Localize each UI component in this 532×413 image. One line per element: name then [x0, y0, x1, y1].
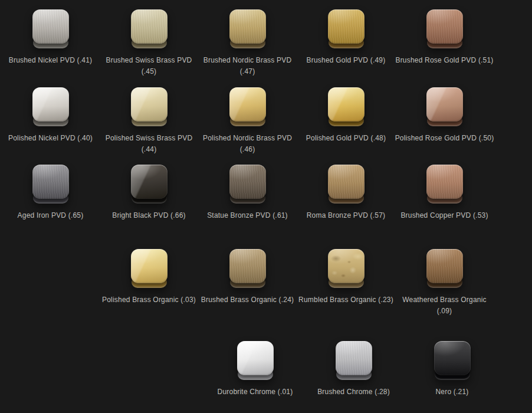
finish-label: Aged Iron PVD (.65) — [18, 210, 84, 221]
finish-card-rumbled-brass-organic[interactable]: Rumbled Brass Organic (.23) — [297, 249, 395, 306]
finish-swatch — [131, 249, 168, 288]
swatch-face — [426, 165, 463, 199]
finish-card-polished-brass-organic[interactable]: Polished Brass Organic (.03) — [100, 249, 198, 306]
finish-label: Brushed Swiss Brass PVD (.45) — [106, 55, 192, 77]
finish-row: Brushed Nickel PVD (.41) Brushed Swiss B… — [0, 9, 532, 77]
swatch-face — [328, 9, 364, 44]
finish-label-line2: (.44) — [106, 144, 193, 155]
finish-label-line1: Polished Brass Organic (.03) — [102, 294, 196, 306]
finish-label: Polished Swiss Brass PVD (.44) — [106, 133, 193, 155]
finish-card-polished-rose-gold-pvd[interactable]: Polished Rose Gold PVD (.50) — [395, 87, 494, 144]
finish-card-brushed-chrome[interactable]: Brushed Chrome (.28) — [304, 341, 403, 398]
finish-card-brushed-brass-organic[interactable]: Brushed Brass Organic (.24) — [198, 249, 297, 306]
finish-label-line1: Polished Nickel PVD (.40) — [8, 133, 93, 144]
swatch-face — [237, 341, 274, 375]
finish-label-line1: Polished Gold PVD (.48) — [306, 133, 386, 144]
finish-label: Brushed Nickel PVD (.41) — [9, 55, 93, 66]
swatch-face — [229, 249, 266, 283]
finish-label: Durobrite Chrome (.01) — [218, 386, 293, 398]
finish-label-line1: Brushed Brass Organic (.24) — [201, 294, 294, 306]
swatch-face — [32, 9, 69, 44]
finish-swatch — [131, 165, 168, 204]
finish-label: Polished Gold PVD (.48) — [306, 133, 386, 144]
finish-swatch — [229, 249, 266, 288]
finish-card-durobrite-chrome[interactable]: Durobrite Chrome (.01) — [206, 341, 304, 398]
finish-card-polished-nickel-pvd[interactable]: Polished Nickel PVD (.40) — [1, 87, 100, 144]
finish-label: Nero (.21) — [435, 386, 468, 398]
finish-card-polished-gold-pvd[interactable]: Polished Gold PVD (.48) — [297, 87, 395, 144]
finish-swatch — [229, 87, 266, 126]
finish-label-line1: Aged Iron PVD (.65) — [18, 210, 84, 221]
swatch-face — [131, 87, 168, 122]
finish-swatch — [131, 87, 168, 126]
finish-swatch — [426, 165, 463, 204]
finish-card-statue-bronze-pvd[interactable]: Statue Bronze PVD (.61) — [198, 165, 297, 221]
swatch-face — [336, 341, 372, 375]
finish-label-line1: Bright Black PVD (.66) — [112, 210, 185, 221]
finish-label-line1: Brushed Nordic Brass PVD — [203, 55, 292, 66]
finish-card-nero[interactable]: Nero (.21) — [403, 341, 501, 398]
finish-label-line1: Brushed Copper PVD (.53) — [400, 210, 488, 221]
swatch-face — [229, 165, 266, 199]
finish-card-bright-black-pvd[interactable]: Bright Black PVD (.66) — [100, 165, 198, 221]
swatch-face — [131, 165, 168, 199]
finish-label-line2: (.47) — [203, 66, 292, 77]
finish-label-line2: (.45) — [106, 66, 192, 77]
finish-card-aged-iron-pvd[interactable]: Aged Iron PVD (.65) — [1, 165, 100, 221]
finish-card-brushed-nickel-pvd[interactable]: Brushed Nickel PVD (.41) — [1, 9, 100, 66]
finish-swatch — [328, 9, 364, 48]
finish-label: Brushed Rose Gold PVD (.51) — [395, 55, 493, 66]
finish-card-polished-swiss-brass-pvd[interactable]: Polished Swiss Brass PVD (.44) — [100, 87, 198, 155]
finish-swatch — [237, 341, 274, 380]
finish-label: Rumbled Brass Organic (.23) — [298, 294, 393, 306]
finish-row: Durobrite Chrome (.01) Brushed Chrome (.… — [0, 341, 532, 398]
finish-swatch — [426, 249, 463, 288]
finish-card-roma-bronze-pvd[interactable]: Roma Bronze PVD (.57) — [297, 165, 395, 221]
swatch-face — [434, 341, 471, 375]
finish-swatch — [426, 9, 463, 48]
swatch-face — [328, 87, 364, 122]
finish-swatch — [32, 9, 69, 48]
finish-swatch — [229, 165, 266, 204]
finish-label-line1: Brushed Rose Gold PVD (.51) — [395, 55, 493, 66]
finish-card-brushed-swiss-brass-pvd[interactable]: Brushed Swiss Brass PVD (.45) — [100, 9, 198, 77]
swatch-face — [229, 87, 266, 122]
swatch-face — [131, 249, 168, 283]
finish-label: Brushed Gold PVD (.49) — [307, 55, 386, 66]
finish-label: Polished Brass Organic (.03) — [102, 294, 196, 306]
finish-label-line2: (.46) — [203, 144, 292, 155]
finish-swatch — [328, 249, 364, 288]
finish-label-line2: (.09) — [402, 306, 486, 317]
finish-card-brushed-nordic-brass-pvd[interactable]: Brushed Nordic Brass PVD (.47) — [198, 9, 297, 77]
finish-label-line1: Durobrite Chrome (.01) — [218, 386, 293, 398]
finish-swatch — [131, 9, 168, 48]
finish-swatch — [336, 341, 372, 380]
finish-label-line1: Nero (.21) — [435, 386, 468, 398]
finish-swatch — [426, 87, 463, 126]
finish-label-line1: Brushed Nickel PVD (.41) — [9, 55, 93, 66]
finish-swatch — [32, 87, 69, 126]
finish-swatch — [229, 9, 266, 48]
finish-card-weathered-brass-organic[interactable]: Weathered Brass Organic (.09) — [395, 249, 494, 317]
finish-swatch — [434, 341, 471, 380]
finish-swatch — [328, 165, 364, 204]
swatch-face — [328, 165, 364, 199]
finish-label: Polished Rose Gold PVD (.50) — [395, 133, 494, 144]
finish-card-brushed-rose-gold-pvd[interactable]: Brushed Rose Gold PVD (.51) — [395, 9, 494, 66]
swatch-face — [229, 9, 266, 44]
swatch-face — [131, 9, 168, 44]
finish-label-line1: Statue Bronze PVD (.61) — [207, 210, 288, 221]
swatch-face — [426, 87, 463, 122]
finish-label: Roma Bronze PVD (.57) — [307, 210, 386, 221]
finish-label-line1: Brushed Swiss Brass PVD — [106, 55, 192, 66]
finish-card-brushed-copper-pvd[interactable]: Brushed Copper PVD (.53) — [395, 165, 494, 221]
finish-label: Brushed Chrome (.28) — [317, 386, 390, 398]
finish-label: Bright Black PVD (.66) — [112, 210, 185, 221]
finish-label: Weathered Brass Organic (.09) — [402, 294, 486, 317]
finish-label-line1: Polished Rose Gold PVD (.50) — [395, 133, 494, 144]
finish-grid: Brushed Nickel PVD (.41) Brushed Swiss B… — [0, 9, 532, 413]
finish-card-brushed-gold-pvd[interactable]: Brushed Gold PVD (.49) — [297, 9, 395, 66]
finish-card-polished-nordic-brass-pvd[interactable]: Polished Nordic Brass PVD (.46) — [198, 87, 297, 155]
finish-label-line1: Polished Nordic Brass PVD — [203, 133, 292, 144]
finish-label-line1: Roma Bronze PVD (.57) — [307, 210, 386, 221]
